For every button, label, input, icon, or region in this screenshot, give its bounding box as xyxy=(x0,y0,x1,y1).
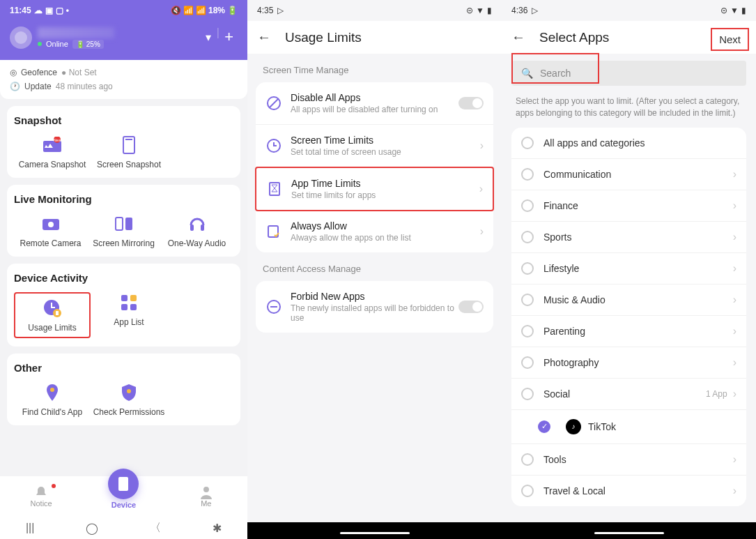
radio-icon[interactable] xyxy=(521,485,534,497)
screen-snapshot-tile[interactable]: Screen Snapshot xyxy=(91,135,167,169)
notif-icon: ☁ xyxy=(34,6,43,15)
disable-icon xyxy=(265,95,282,112)
always-allow-row[interactable]: Always AllowAlways allow the apps on the… xyxy=(256,211,493,252)
battery-pill: 🔋 25% xyxy=(72,40,104,49)
battery-text: 18% xyxy=(208,6,225,15)
svg-rect-9 xyxy=(190,225,194,231)
avatar[interactable] xyxy=(10,26,32,49)
back-icon[interactable]: 〈 xyxy=(150,521,161,536)
status-bar: 4:35▷ ⊝▼▮ xyxy=(247,0,502,21)
cat-parenting[interactable]: Parenting› xyxy=(511,316,746,347)
app-tiktok[interactable]: ♪TikTok xyxy=(511,410,746,444)
radio-icon[interactable] xyxy=(521,325,534,337)
chevron-icon: › xyxy=(733,199,736,212)
forbid-apps-row[interactable]: Forbid New AppsThe newly installed apps … xyxy=(256,281,493,333)
nav-bar xyxy=(502,522,756,539)
home-icon[interactable]: ◯ xyxy=(86,522,98,535)
cat-sports[interactable]: Sports› xyxy=(511,222,746,253)
setting-title: Disable All Apps xyxy=(291,92,458,103)
bottom-nav: Notice Device Me xyxy=(0,476,247,517)
svg-rect-16 xyxy=(121,304,128,310)
cat-travel[interactable]: Travel & Local› xyxy=(511,476,746,506)
search-input[interactable]: 🔍 Search xyxy=(511,61,746,86)
cat-label: Music & Audio xyxy=(543,294,733,305)
disable-toggle[interactable] xyxy=(458,97,484,109)
clock-icon xyxy=(265,137,282,154)
disable-apps-row[interactable]: Disable All AppsAll apps will be disable… xyxy=(256,82,493,125)
camera-snapshot-tile[interactable]: New Camera Snapshot xyxy=(14,135,91,169)
nav-me[interactable]: Me xyxy=(165,485,247,508)
forbid-toggle[interactable] xyxy=(458,301,484,313)
setting-title: Always Allow xyxy=(291,220,480,231)
radio-icon[interactable] xyxy=(521,231,534,243)
radio-icon[interactable] xyxy=(521,262,534,275)
find-app-tile[interactable]: Find Child's App xyxy=(14,382,91,417)
cat-music[interactable]: Music & Audio› xyxy=(511,284,746,316)
dropdown-icon[interactable]: ▾ xyxy=(206,31,211,44)
setting-title: Forbid New Apps xyxy=(291,291,458,302)
accessibility-icon[interactable]: ✱ xyxy=(213,522,222,535)
info-strip: ◎Geofence ● Not Set 🕐Update 48 minutes a… xyxy=(0,60,247,99)
cat-all[interactable]: All apps and categories xyxy=(511,128,746,159)
radio-icon[interactable] xyxy=(521,199,534,212)
svg-rect-14 xyxy=(121,295,128,301)
permissions-tile[interactable]: Check Permissions xyxy=(91,382,167,417)
wifi-icon: ▼ xyxy=(730,6,739,15)
online-label: Online xyxy=(46,40,68,48)
app-list-tile[interactable]: App List xyxy=(91,292,167,338)
nav-device[interactable]: Device xyxy=(82,484,164,509)
svg-rect-13 xyxy=(56,311,59,315)
svg-rect-7 xyxy=(116,218,123,230)
next-button[interactable]: Next xyxy=(711,28,749,51)
remote-camera-tile[interactable]: Remote Camera xyxy=(14,213,87,248)
cat-photography[interactable]: Photography› xyxy=(511,347,746,379)
other-card: Other Find Child's App Check Permissions xyxy=(7,354,240,425)
radio-icon[interactable] xyxy=(521,356,534,369)
radio-icon[interactable] xyxy=(521,168,534,181)
screen-time-row[interactable]: Screen Time LimitsSet total time of scre… xyxy=(256,125,493,167)
cat-lifestyle[interactable]: Lifestyle› xyxy=(511,253,746,284)
setting-sub: The newly installed apps will be forbidd… xyxy=(291,303,458,323)
radio-icon[interactable] xyxy=(521,388,534,400)
back-arrow-icon[interactable]: ← xyxy=(511,29,525,45)
app-label: TikTok xyxy=(588,421,736,432)
profile-name-blurred xyxy=(38,27,114,38)
app-time-row[interactable]: App Time LimitsSet time limits for apps … xyxy=(255,167,494,211)
back-arrow-icon[interactable]: ← xyxy=(257,29,271,45)
online-dot-icon xyxy=(38,42,42,46)
radio-icon[interactable] xyxy=(521,294,534,306)
home-indicator-icon[interactable] xyxy=(340,532,410,534)
radio-icon[interactable] xyxy=(521,137,534,149)
notif-icon: ▢ xyxy=(56,6,63,15)
cat-social[interactable]: Social1 App› xyxy=(511,379,746,410)
cat-communication[interactable]: Communication› xyxy=(511,159,746,190)
cat-tools[interactable]: Tools› xyxy=(511,444,746,476)
radio-icon[interactable] xyxy=(521,453,534,466)
chevron-icon: › xyxy=(733,231,736,243)
live-monitoring-card: Live Monitoring Remote Camera Screen Mir… xyxy=(7,185,240,257)
forbid-icon xyxy=(265,298,282,315)
screen-mirroring-tile[interactable]: Screen Mirroring xyxy=(87,213,160,248)
cat-finance[interactable]: Finance› xyxy=(511,190,746,222)
svg-rect-4 xyxy=(125,139,132,140)
dnd-icon: ⊝ xyxy=(720,6,727,15)
page-header: ← Usage Limits xyxy=(247,21,502,54)
tile-label: App List xyxy=(114,317,144,327)
profile-row[interactable]: Online 🔋 25% ▾ | + xyxy=(10,21,238,52)
usage-limits-tile[interactable]: Usage Limits xyxy=(14,292,91,338)
one-way-audio-tile[interactable]: One-Way Audio xyxy=(160,213,233,248)
add-icon[interactable]: + xyxy=(224,28,233,46)
battery-icon: ▮ xyxy=(741,6,746,15)
chevron-icon: › xyxy=(480,225,484,238)
device-bubble-icon xyxy=(108,469,139,499)
home-indicator-icon[interactable] xyxy=(594,532,664,534)
update-value: 48 minutes ago xyxy=(56,82,113,91)
device-activity-card: Device Activity Usage Limits App List xyxy=(7,264,240,347)
setting-sub: Set time limits for apps xyxy=(291,190,479,200)
chevron-icon: › xyxy=(733,356,736,369)
notif-dot: • xyxy=(66,6,69,15)
radio-checked-icon[interactable] xyxy=(538,420,550,433)
nav-notice[interactable]: Notice xyxy=(0,485,82,508)
screen-time-card: Disable All AppsAll apps will be disable… xyxy=(256,82,493,252)
recents-icon[interactable]: ||| xyxy=(26,522,34,534)
